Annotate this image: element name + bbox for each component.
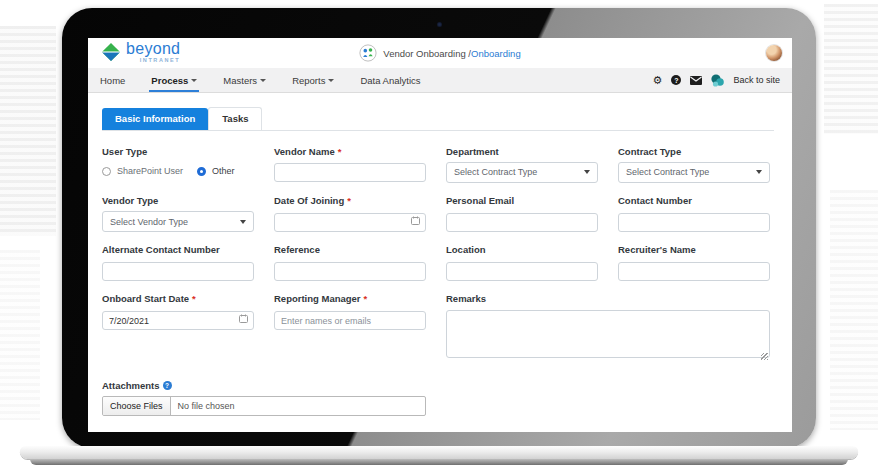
mail-icon[interactable] [690, 76, 702, 85]
user-avatar[interactable] [766, 45, 782, 61]
nav-actions: ⚙ ? Back to site [653, 74, 780, 87]
gear-icon[interactable]: ⚙ [653, 75, 663, 86]
select-value: Select Contract Type [454, 167, 537, 177]
field-label-text: Location [446, 245, 486, 255]
help-icon[interactable]: ? [671, 75, 681, 85]
remarks-textarea[interactable] [446, 310, 770, 358]
calendar-icon[interactable] [239, 314, 248, 323]
nav-item-label: Home [100, 75, 125, 86]
radio-label[interactable]: SharePoint User [117, 166, 183, 176]
select-value: Select Vendor Type [110, 217, 188, 227]
chevron-down-icon [756, 170, 762, 174]
field-label-text: User Type [102, 147, 147, 157]
nav-item-label: Reports [292, 75, 325, 86]
reference-input[interactable] [274, 262, 426, 281]
chevron-down-icon [191, 79, 197, 82]
nav-item-process[interactable]: Process [151, 68, 197, 92]
nav-item-label: Data Analytics [360, 75, 420, 86]
page-title-group: Vendor Onboarding /Onboarding [88, 38, 792, 68]
choose-files-button[interactable]: Choose Files [103, 397, 171, 415]
nav-item-data-analytics[interactable]: Data Analytics [360, 68, 420, 92]
background-artifact [830, 190, 878, 430]
radio-label[interactable]: Other [212, 166, 235, 176]
vendor-type-select[interactable]: Select Vendor Type [102, 211, 254, 232]
nav-item-home[interactable]: Home [100, 68, 125, 92]
field-remarks: Remarks [446, 294, 770, 361]
field-label-text: Attachments [102, 381, 160, 391]
field-label: Personal Email [446, 196, 598, 206]
field-contract-type: Contract Type Select Contract Type [618, 147, 770, 183]
tab-tasks[interactable]: Tasks [208, 107, 262, 130]
date-of-joining-input[interactable] [274, 213, 426, 232]
personal-email-input[interactable] [446, 213, 598, 232]
chevron-down-icon [328, 79, 334, 82]
field-label: Reporting Manager* [274, 294, 426, 304]
required-asterisk: * [192, 294, 196, 304]
field-label: User Type [102, 147, 254, 157]
contract-type-select[interactable]: Select Contract Type [618, 162, 770, 183]
required-asterisk: * [338, 147, 342, 157]
field-label-text: Contract Type [618, 147, 681, 157]
laptop-base [20, 446, 858, 459]
main-nav: Home Process Masters Reports Data Analyt… [88, 68, 792, 93]
location-input[interactable] [446, 262, 598, 281]
field-date-of-joining: Date Of Joining* [274, 196, 426, 232]
radio-sharepoint-user[interactable] [102, 167, 111, 176]
back-to-site-link[interactable]: Back to site [733, 75, 780, 85]
attachments-file-input[interactable]: Choose Files No file chosen [102, 396, 426, 416]
chevron-down-icon [260, 79, 266, 82]
sharepoint-icon[interactable] [711, 74, 724, 87]
page-title: Vendor Onboarding /Onboarding [383, 48, 520, 59]
nav-item-masters[interactable]: Masters [223, 68, 266, 92]
page-title-prefix: Vendor Onboarding / [383, 48, 471, 59]
field-vendor-name: Vendor Name* [274, 147, 426, 183]
field-reporting-manager: Reporting Manager* [274, 294, 426, 361]
field-alternate-contact-number: Alternate Contact Number [102, 245, 254, 281]
background-artifact [0, 250, 40, 420]
radio-other[interactable] [197, 167, 206, 176]
people-icon [359, 44, 377, 62]
page-content: Basic Information Tasks User Type ShareP… [88, 93, 792, 429]
onboard-start-date-input[interactable] [102, 311, 254, 330]
required-asterisk: * [364, 294, 368, 304]
field-label-text: Contact Number [618, 196, 692, 206]
field-contact-number: Contact Number [618, 196, 770, 232]
field-reference: Reference [274, 245, 426, 281]
field-label-text: Vendor Name [274, 147, 335, 157]
nav-item-reports[interactable]: Reports [292, 68, 334, 92]
calendar-icon[interactable] [411, 216, 420, 225]
recruiters-name-input[interactable] [618, 262, 770, 281]
tab-basic-information[interactable]: Basic Information [102, 108, 208, 130]
user-type-radio-group: SharePoint User Other [102, 162, 254, 181]
field-label: Date Of Joining* [274, 196, 426, 206]
field-label-text: Alternate Contact Number [102, 245, 220, 255]
field-label: Vendor Name* [274, 147, 426, 157]
app-header: beyond INTRANET Vendor Onboarding /Onboa… [88, 38, 792, 68]
page-title-breadcrumb-link[interactable]: Onboarding [471, 48, 521, 59]
reporting-manager-input[interactable] [274, 311, 426, 330]
vendor-name-input[interactable] [274, 163, 426, 182]
onboarding-form: User Type SharePoint User Other Vendor N… [102, 147, 792, 430]
field-label: Vendor Type [102, 196, 254, 206]
field-attachments: Attachments ? Choose Files No file chose… [102, 381, 426, 416]
background-artifact [0, 26, 56, 236]
file-chosen-status: No file chosen [171, 401, 235, 411]
chevron-down-icon [584, 170, 590, 174]
field-label-text: Onboard Start Date [102, 294, 189, 304]
webcam-dot [437, 22, 442, 27]
field-label-text: Department [446, 147, 499, 157]
nav-item-label: Masters [223, 75, 257, 86]
field-location: Location [446, 245, 598, 281]
contact-number-input[interactable] [618, 213, 770, 232]
department-select[interactable]: Select Contract Type [446, 162, 598, 183]
background-artifact [824, 4, 878, 134]
field-label-text: Date Of Joining [274, 196, 344, 206]
field-label: Alternate Contact Number [102, 245, 254, 255]
field-label-text: Reporting Manager [274, 294, 361, 304]
tab-bar: Basic Information Tasks [102, 107, 774, 131]
alternate-contact-number-input[interactable] [102, 262, 254, 281]
field-personal-email: Personal Email [446, 196, 598, 232]
chevron-down-icon [240, 220, 246, 224]
attachments-help-icon[interactable]: ? [163, 381, 172, 390]
laptop-base-edge [30, 459, 848, 465]
